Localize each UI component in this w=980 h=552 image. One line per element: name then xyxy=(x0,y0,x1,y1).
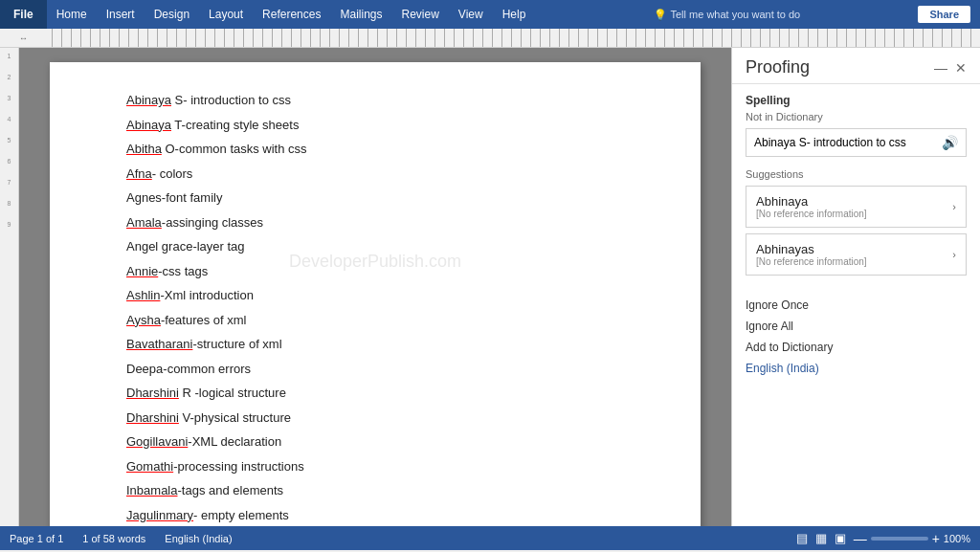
doc-line: Agnes-font family xyxy=(126,188,624,208)
status-bar: Page 1 of 1 1 of 58 words English (India… xyxy=(0,526,980,550)
suggestion-name-0: Abhinaya xyxy=(756,194,867,209)
word-count: 1 of 58 words xyxy=(82,533,145,544)
misspelled-word-text: Abinaya S- introduction to css xyxy=(754,136,906,149)
document-area[interactable]: DeveloperPublish.com Abinaya S- introduc… xyxy=(19,48,731,526)
view-web-button[interactable]: ▦ xyxy=(815,531,827,545)
view-read-button[interactable]: ▣ xyxy=(835,531,846,545)
menu-mailings[interactable]: Mailings xyxy=(330,0,391,29)
doc-line: Abinaya T-creating style sheets xyxy=(126,116,624,135)
doc-line: Angel grace-layer tag xyxy=(126,237,624,256)
status-language: English (India) xyxy=(165,533,232,544)
chevron-icon-0: › xyxy=(952,201,956,212)
suggestion-ref-0: [No reference information] xyxy=(756,209,867,219)
not-in-dictionary-label: Not in Dictionary xyxy=(746,111,967,122)
menu-design[interactable]: Design xyxy=(145,0,199,29)
zoom-slider[interactable] xyxy=(871,537,928,541)
menu-home[interactable]: Home xyxy=(47,0,97,29)
document-page: DeveloperPublish.com Abinaya S- introduc… xyxy=(50,62,701,526)
chevron-icon-1: › xyxy=(952,249,956,260)
menu-references[interactable]: References xyxy=(253,0,330,29)
add-to-dictionary-link[interactable]: Add to Dictionary xyxy=(746,337,967,358)
doc-line: Afna- colors xyxy=(126,165,624,184)
page-info: Page 1 of 1 xyxy=(10,533,63,544)
zoom-bar: — + 100% xyxy=(854,531,970,546)
menu-bar: File Home Insert Design Layout Reference… xyxy=(0,0,980,29)
doc-line: Abinaya S- introduction to css xyxy=(126,91,624,110)
menu-insert[interactable]: Insert xyxy=(97,0,145,29)
spelling-section: Spelling Not in Dictionary Abinaya S- in… xyxy=(732,84,980,291)
doc-line: Aysha-features of xml xyxy=(126,311,624,330)
lightbulb-icon: 💡 xyxy=(654,9,667,21)
panel-minimize-button[interactable]: — xyxy=(934,60,947,76)
doc-line: Dharshini R -logical structure xyxy=(126,384,624,403)
speaker-icon[interactable]: 🔊 xyxy=(942,135,958,150)
doc-line: Bavatharani-structure of xml xyxy=(126,335,624,354)
suggestion-item-0[interactable]: Abhinaya [No reference information] › xyxy=(746,186,967,228)
doc-line: Jagulinmary- empty elements xyxy=(126,506,624,525)
menu-review[interactable]: Review xyxy=(391,0,448,29)
doc-line: Abitha O-common tasks with css xyxy=(126,140,624,159)
vertical-ruler: 1 2 3 4 5 6 7 8 9 xyxy=(0,48,19,526)
view-print-button[interactable]: ▤ xyxy=(796,531,808,545)
doc-line: Dharshini V-physical structure xyxy=(126,408,624,428)
suggestion-item-1[interactable]: Abhinayas [No reference information] › xyxy=(746,233,967,276)
ignore-all-link[interactable]: Ignore All xyxy=(746,316,967,337)
doc-line: Gogillavani-XML declaration xyxy=(126,432,624,452)
zoom-minus-icon[interactable]: — xyxy=(854,531,867,546)
proofing-panel: Proofing — ✕ Spelling Not in Dictionary … xyxy=(731,48,980,526)
horizontal-ruler: ↔ xyxy=(0,29,980,48)
spelling-label: Spelling xyxy=(746,94,967,107)
panel-close-button[interactable]: ✕ xyxy=(955,60,967,76)
menu-layout[interactable]: Layout xyxy=(199,0,253,29)
zoom-plus-icon[interactable]: + xyxy=(932,531,940,546)
menu-view[interactable]: View xyxy=(449,0,493,29)
language-link[interactable]: English (India) xyxy=(746,358,967,379)
main-layout: 1 2 3 4 5 6 7 8 9 DeveloperPublish.com A… xyxy=(0,48,980,526)
suggestions-label: Suggestions xyxy=(746,168,967,180)
doc-line: Gomathi-processing instructions xyxy=(126,457,624,476)
panel-header: Proofing — ✕ xyxy=(732,48,980,84)
panel-actions: Ignore Once Ignore All Add to Dictionary… xyxy=(732,291,980,383)
menu-help[interactable]: Help xyxy=(493,0,536,29)
document-content: Abinaya S- introduction to cssAbinaya T-… xyxy=(126,91,624,526)
tell-me-text[interactable]: Tell me what you want to do xyxy=(671,9,801,20)
panel-title: Proofing xyxy=(746,57,810,77)
suggestion-ref-1: [No reference information] xyxy=(756,256,867,267)
share-button[interactable]: Share xyxy=(918,6,970,23)
menu-file[interactable]: File xyxy=(0,0,47,29)
zoom-level: 100% xyxy=(944,533,970,544)
doc-line: Annie-css tags xyxy=(126,262,624,281)
ignore-once-link[interactable]: Ignore Once xyxy=(746,295,967,316)
doc-line: Inbamala-tags and elements xyxy=(126,481,624,500)
doc-line: Amala-assinging classes xyxy=(126,213,624,232)
doc-line: Ashlin-Xml introduction xyxy=(126,286,624,305)
misspelled-word-box: Abinaya S- introduction to css 🔊 xyxy=(746,128,967,157)
suggestion-name-1: Abhinayas xyxy=(756,242,867,256)
doc-line: Deepa-common errors xyxy=(126,360,624,379)
